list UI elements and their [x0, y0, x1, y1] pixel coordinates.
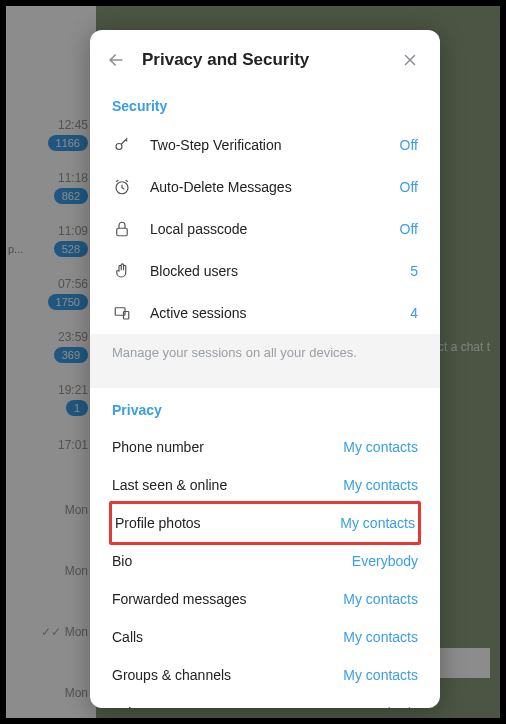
- row-value-text: Everybody: [352, 705, 418, 708]
- chat-item[interactable]: 23:59 369: [6, 324, 96, 365]
- chat-item[interactable]: 07:56 1750: [6, 271, 96, 312]
- row-label: Calls: [112, 629, 343, 645]
- chat-time: 23:59: [10, 330, 88, 344]
- section-title-security: Security: [90, 84, 440, 124]
- chat-time: 17:01: [10, 438, 88, 452]
- unread-badge: 528: [54, 241, 88, 257]
- row-groups[interactable]: Groups & channels My contacts: [90, 656, 440, 694]
- chat-time: Mon: [10, 503, 88, 517]
- row-value: 5: [410, 263, 418, 279]
- svg-point-0: [116, 144, 122, 150]
- row-label: Profile photos: [115, 515, 340, 531]
- close-icon: [401, 51, 419, 69]
- sessions-hint: Manage your sessions on all your devices…: [90, 334, 440, 388]
- chat-sidebar: 12:45 1166 11:18 862 11:09 p... 528 07:5…: [6, 6, 96, 718]
- row-calls[interactable]: Calls My contacts: [90, 618, 440, 656]
- svg-rect-2: [117, 228, 128, 236]
- unread-badge: 369: [54, 347, 88, 363]
- modal-header: Privacy and Security: [90, 30, 440, 84]
- row-value: Off: [400, 137, 418, 153]
- chat-prefix: p...: [8, 243, 23, 255]
- row-last-seen[interactable]: Last seen & online My contacts: [90, 466, 440, 504]
- row-value: My contacts: [343, 439, 418, 455]
- hand-icon: [112, 261, 132, 281]
- arrow-left-icon: [106, 50, 126, 70]
- row-voice-messages[interactable]: Voice messages Everybody: [90, 694, 440, 708]
- chat-time: 07:56: [10, 277, 88, 291]
- highlight-profile-photos: Profile photos My contacts: [109, 501, 421, 545]
- chat-item[interactable]: 19:21 1: [6, 377, 96, 418]
- row-blocked-users[interactable]: Blocked users 5: [90, 250, 440, 292]
- row-value: My contacts: [343, 667, 418, 683]
- unread-badge: 1: [66, 400, 88, 416]
- chat-time: 19:21: [10, 383, 88, 397]
- row-two-step-verification[interactable]: Two-Step Verification Off: [90, 124, 440, 166]
- lock-mini-icon: [338, 707, 348, 708]
- row-local-passcode[interactable]: Local passcode Off: [90, 208, 440, 250]
- unread-badge: 862: [54, 188, 88, 204]
- modal-body[interactable]: Security Two-Step Verification Off Auto-…: [90, 84, 440, 708]
- row-value: Everybody: [352, 553, 418, 569]
- row-value: My contacts: [343, 629, 418, 645]
- row-label: Local passcode: [150, 221, 400, 237]
- key-icon: [112, 135, 132, 155]
- lock-icon: [112, 219, 132, 239]
- chat-item[interactable]: 11:18 862: [6, 165, 96, 206]
- chat-time: Mon: [10, 564, 88, 578]
- row-forwarded[interactable]: Forwarded messages My contacts: [90, 580, 440, 618]
- row-label: Voice messages: [112, 705, 338, 708]
- chat-time: 11:18: [10, 171, 88, 185]
- row-value: Off: [400, 179, 418, 195]
- chat-item[interactable]: Mon: [6, 497, 96, 522]
- privacy-security-modal: Privacy and Security Security Two-Step V…: [90, 30, 440, 708]
- row-value: My contacts: [343, 477, 418, 493]
- back-button[interactable]: [104, 48, 128, 72]
- row-value: My contacts: [340, 515, 415, 531]
- row-bio[interactable]: Bio Everybody: [90, 542, 440, 580]
- row-label: Blocked users: [150, 263, 410, 279]
- row-label: Phone number: [112, 439, 343, 455]
- row-label: Last seen & online: [112, 477, 343, 493]
- devices-icon: [112, 303, 132, 323]
- row-value: Everybody: [338, 705, 418, 708]
- white-patch: [434, 648, 490, 678]
- chat-time: 12:45: [10, 118, 88, 132]
- chat-item[interactable]: Mon: [6, 619, 96, 644]
- row-auto-delete[interactable]: Auto-Delete Messages Off: [90, 166, 440, 208]
- row-label: Auto-Delete Messages: [150, 179, 400, 195]
- chat-item[interactable]: 17:01: [6, 432, 96, 457]
- unread-badge: 1166: [48, 135, 88, 151]
- modal-title: Privacy and Security: [142, 50, 398, 70]
- unread-badge: 1750: [48, 294, 88, 310]
- row-value: My contacts: [343, 591, 418, 607]
- row-value: 4: [410, 305, 418, 321]
- chat-item[interactable]: 12:45 1166: [6, 112, 96, 153]
- row-label: Active sessions: [150, 305, 410, 321]
- row-value: Off: [400, 221, 418, 237]
- chat-item[interactable]: Mon: [6, 680, 96, 705]
- chat-time: Mon: [10, 625, 88, 639]
- row-label: Bio: [112, 553, 352, 569]
- row-phone-number[interactable]: Phone number My contacts: [90, 428, 440, 466]
- section-title-privacy: Privacy: [90, 388, 440, 428]
- select-chat-hint: ect a chat t: [431, 340, 490, 354]
- chat-item[interactable]: Mon: [6, 558, 96, 583]
- chat-time: Mon: [10, 686, 88, 700]
- chat-time: 11:09: [10, 224, 88, 238]
- timer-icon: [112, 177, 132, 197]
- row-label: Forwarded messages: [112, 591, 343, 607]
- row-label: Two-Step Verification: [150, 137, 400, 153]
- chat-item[interactable]: 11:09 p... 528: [6, 218, 96, 259]
- row-profile-photos[interactable]: Profile photos My contacts: [112, 504, 418, 542]
- row-active-sessions[interactable]: Active sessions 4: [90, 292, 440, 334]
- row-label: Groups & channels: [112, 667, 343, 683]
- close-button[interactable]: [398, 48, 422, 72]
